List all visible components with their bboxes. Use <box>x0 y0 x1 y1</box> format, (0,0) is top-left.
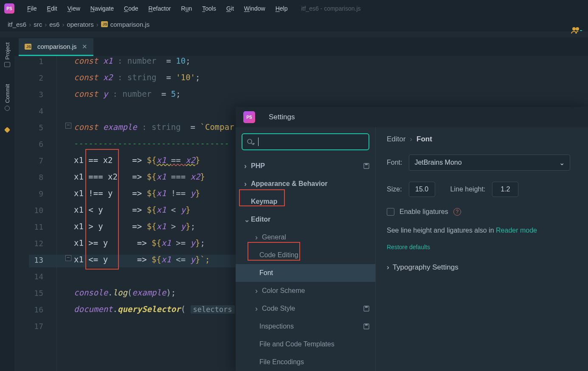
line-number: 9 <box>14 189 43 198</box>
menu-refactor[interactable]: Refactor <box>143 3 176 14</box>
save-icon <box>363 163 369 169</box>
tree-file-encodings[interactable]: File Encodings <box>236 353 375 371</box>
reader-mode-link[interactable]: Reader mode <box>496 227 537 234</box>
app-icon: PS <box>4 3 14 14</box>
tree-inspections[interactable]: Inspections <box>236 318 375 335</box>
tree-code-style[interactable]: Code Style <box>236 300 375 318</box>
line-number: 5 <box>14 123 43 132</box>
annotation-box-editor <box>239 189 285 206</box>
tree-font[interactable]: Font <box>236 264 375 282</box>
line-number: 4 <box>14 107 43 115</box>
tree-php[interactable]: PHP <box>236 157 375 175</box>
tool-project[interactable]: Project <box>4 42 11 59</box>
tab-label: comparison.js <box>37 43 77 50</box>
annotation-box-font <box>248 242 300 261</box>
settings-tree: PHP Appearance & Behavior Keymap Editor … <box>236 155 375 371</box>
line-number: 7 <box>14 156 43 165</box>
font-select[interactable]: JetBrains Mono ⌄ <box>409 155 570 171</box>
menu-file[interactable]: File <box>22 3 42 14</box>
editor-tabs: JS comparison.js ✕ <box>14 37 588 56</box>
tree-editor[interactable]: Editor <box>236 211 375 228</box>
tree-color-scheme[interactable]: Color Scheme <box>236 282 375 300</box>
size-input[interactable]: 15.0 <box>409 182 435 197</box>
project-icon[interactable] <box>4 62 10 67</box>
menu-git[interactable]: Git <box>221 3 239 14</box>
settings-sidebar: ▾ PHP Appearance & Behavior Keymap Edito… <box>236 127 376 371</box>
svg-rect-8 <box>365 306 368 308</box>
gutter: 1234567891011121314151617 <box>14 56 57 371</box>
chevron-right-icon: › <box>387 263 389 272</box>
bc-0[interactable]: itf_es6 <box>8 21 26 28</box>
bc-4[interactable]: comparison.js <box>110 21 150 28</box>
line-number: 10 <box>14 206 43 215</box>
line-height-label: Line height: <box>450 186 486 193</box>
tab-comparison[interactable]: JS comparison.js ✕ <box>19 38 93 56</box>
diamond-icon[interactable] <box>4 127 10 133</box>
menu-view[interactable]: View <box>62 3 85 14</box>
app-icon: PS <box>243 111 255 123</box>
svg-rect-10 <box>365 324 368 326</box>
line-number: 6 <box>14 140 43 149</box>
line-number: 2 <box>14 73 43 82</box>
save-icon <box>363 306 369 312</box>
settings-search[interactable]: ▾ <box>242 133 369 150</box>
ligatures-label: Enable ligatures <box>400 208 448 216</box>
menu-navigate[interactable]: Navigate <box>85 3 119 14</box>
svg-point-0 <box>572 27 576 31</box>
chevron-down-icon: ⌄ <box>559 159 565 167</box>
line-number: 8 <box>14 173 43 182</box>
line-number: 17 <box>14 322 43 331</box>
code-with-me-icon[interactable] <box>571 26 582 35</box>
line-number: 3 <box>14 90 43 99</box>
save-icon <box>363 323 369 329</box>
line-number: 14 <box>14 272 43 281</box>
tool-commit[interactable]: Commit <box>4 84 11 103</box>
size-label: Size: <box>387 186 402 193</box>
menu-tools[interactable]: Tools <box>197 3 221 14</box>
line-number: 1 <box>14 57 43 66</box>
ligatures-checkbox[interactable] <box>387 208 394 216</box>
typography-settings[interactable]: › Typography Settings <box>387 263 577 272</box>
bc-2[interactable]: es6 <box>49 21 59 28</box>
settings-breadcrumb: Editor›Font <box>387 135 577 143</box>
breadcrumb: itf_es6› src› es6› operators› JS compari… <box>0 17 588 31</box>
left-tool-strip: Project Commit <box>0 37 14 371</box>
js-file-icon: JS <box>25 44 31 50</box>
line-number: 15 <box>14 289 43 298</box>
bc-3[interactable]: operators <box>67 21 93 28</box>
settings-title: Settings <box>269 113 295 121</box>
svg-point-1 <box>576 27 579 31</box>
line-number: 12 <box>14 239 43 248</box>
search-caret <box>258 138 259 146</box>
help-icon[interactable]: ? <box>453 208 461 216</box>
bc-1[interactable]: src <box>34 21 42 28</box>
settings-titlebar: PS Settings <box>236 107 588 127</box>
js-file-icon: JS <box>101 21 108 27</box>
line-number: 13 <box>14 256 43 264</box>
line-height-input[interactable]: 1.2 <box>492 182 518 197</box>
line-number: 11 <box>14 222 43 231</box>
menu-help[interactable]: Help <box>270 3 293 14</box>
commit-icon[interactable] <box>5 106 10 111</box>
menu-edit[interactable]: Edit <box>42 3 62 14</box>
window-title: itf_es6 - comparison.js <box>301 5 360 12</box>
font-label: Font: <box>387 159 402 166</box>
close-icon[interactable]: ✕ <box>82 43 87 51</box>
settings-dialog: PS Settings ▾ PHP Appearance & Behavior … <box>236 107 588 371</box>
svg-rect-6 <box>365 163 368 165</box>
restore-defaults-link[interactable]: Restore defaults <box>387 244 430 250</box>
annotation-box-operators <box>85 149 119 270</box>
menu-window[interactable]: Window <box>239 3 270 14</box>
fold-icon[interactable] <box>65 123 71 129</box>
settings-content: Editor›Font Font: JetBrains Mono ⌄ Size:… <box>376 127 588 371</box>
line-number: 16 <box>14 305 43 314</box>
reader-mode-hint: See line height and ligatures also in Re… <box>387 227 577 234</box>
top-menu-bar: PS File Edit View Navigate Code Refactor… <box>0 0 588 17</box>
svg-point-3 <box>248 139 252 143</box>
fold-icon[interactable] <box>65 255 71 261</box>
tree-file-templates[interactable]: File and Code Templates <box>236 335 375 353</box>
menu-run[interactable]: Run <box>176 3 197 14</box>
menu-code[interactable]: Code <box>119 3 143 14</box>
